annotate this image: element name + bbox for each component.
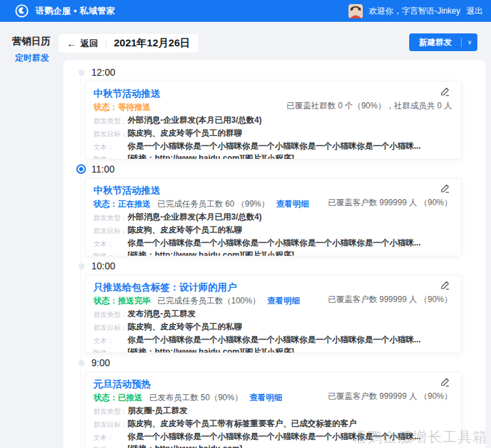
time-row: 10:00	[75, 260, 486, 272]
new-broadcast-split-button: 新建群发 ∨	[409, 33, 477, 51]
field-label: 文本：	[93, 237, 125, 250]
header-user-area: 欢迎你，字言智语-Jinkey 退出	[348, 4, 483, 18]
time-dot[interactable]	[78, 360, 85, 366]
field-label: 群发类型：	[93, 115, 125, 128]
page-title: 营销日历	[12, 35, 50, 48]
status-text: 状态：推送完毕	[93, 295, 151, 306]
field-value: 你是一个小猫咪你是一个小猫咪你是一个小猫咪你是一个小猫咪你是一个小猫咪...	[128, 334, 421, 347]
field-row: 群发类型：外部消息-企业群发(本月已用3/总数4)	[93, 115, 453, 128]
field-value: 外部消息-企业群发(本月已用3/总数4)	[128, 115, 262, 128]
parrot-logo-icon	[15, 4, 29, 18]
field-value: 陈皮狗、皮皮玲等个员工的私聊	[128, 224, 242, 237]
field-row: 群发目标：陈皮狗、皮皮玲等个员工带有标签重要客户、已成交标签的客户	[93, 418, 453, 431]
field-value: 朋友圈-员工群发	[128, 405, 188, 418]
field-label: 群发类型：	[93, 308, 125, 321]
field-value: [链接：http://www.baidu.com][图片][小程序]	[128, 153, 294, 160]
timeline-entry: 10:00只推送给包含标签：设计师的用户状态：推送完毕已完成任务员工数（100%…	[63, 260, 486, 353]
edit-icon[interactable]	[440, 87, 450, 97]
broadcast-card: 中秋节活动推送状态：等待推送群发类型：外部消息-企业群发(本月已用3/总数4)群…	[85, 81, 462, 160]
view-detail-link[interactable]: 查看明细	[276, 198, 309, 209]
card-title[interactable]: 只推送给包含标签：设计师的用户	[93, 281, 237, 293]
view-detail-link[interactable]: 查看明细	[267, 295, 300, 306]
coverage-stats: 已覆盖客户数 999999 人 （90%）	[328, 294, 452, 305]
status-text: 状态：已推送	[93, 392, 143, 403]
time-label: 12:00	[91, 67, 115, 78]
field-row: 群发类型：朋友圈-员工群发	[93, 405, 453, 418]
field-row: 附件：[链接：http://www.baidu.com][图片][小程序]	[93, 250, 453, 256]
card-title[interactable]: 元旦活动预热	[93, 378, 151, 390]
field-row: 文本：你是一个小猫咪你是一个小猫咪你是一个小猫咪你是一个小猫咪你是一个小猫咪..…	[93, 431, 453, 444]
field-row: 群发类型：发布消息-员工群发	[93, 308, 453, 321]
card-title[interactable]: 中秋节活动推送	[93, 87, 160, 100]
field-value: 你是一个小猫咪你是一个小猫咪你是一个小猫咪你是一个小猫咪你是一个小猫咪...	[128, 140, 421, 153]
back-date-bar: ← 返回 2021年12月26日	[59, 34, 198, 53]
time-row: 11:00	[75, 163, 486, 175]
sidebar-item-scheduled-broadcast[interactable]: 定时群发	[15, 53, 49, 64]
view-detail-link[interactable]: 查看明细	[250, 392, 282, 403]
broadcast-card: 只推送给包含标签：设计师的用户状态：推送完毕已完成任务员工数（100%）查看明细…	[85, 275, 462, 353]
time-label: 10:00	[91, 260, 115, 271]
time-dot[interactable]	[78, 70, 85, 76]
field-label: 群发目标：	[93, 224, 125, 237]
chevron-down-icon[interactable]: ∨	[462, 39, 477, 46]
field-row: 群发目标：陈皮狗、皮皮玲等个员工的群聊	[93, 128, 453, 140]
field-row: 文本：你是一个小猫咪你是一个小猫咪你是一个小猫咪你是一个小猫咪你是一个小猫咪..…	[93, 140, 453, 153]
time-dot[interactable]	[78, 263, 85, 269]
edit-icon[interactable]	[440, 183, 450, 194]
field-value: 陈皮狗、皮皮玲等个员工带有标签重要客户、已成交标签的客户	[128, 418, 357, 431]
field-value: 你是一个小猫咪你是一个小猫咪你是一个小猫咪你是一个小猫咪你是一个小猫咪...	[128, 237, 421, 250]
timeline-entry: 11:00中秋节活动推送状态：正在推送已完成任务员工数 60 （99%）查看明细…	[63, 163, 486, 256]
coverage-stats: 已覆盖客户数 999999 人 （90%）	[328, 197, 452, 209]
brand-title: 语鹦企服 • 私域管家	[35, 5, 115, 17]
broadcast-card: 元旦活动预热状态：已推送已发布员工数 50（90%）查看明细群发类型：朋友圈-员…	[85, 372, 462, 448]
edit-icon[interactable]	[440, 377, 450, 387]
field-label: 附件：	[93, 443, 125, 448]
time-dot-wrap	[75, 164, 87, 174]
back-arrow-icon: ←	[67, 38, 76, 49]
back-button[interactable]: ← 返回	[67, 38, 98, 50]
field-label: 群发目标：	[93, 418, 125, 431]
date-display[interactable]: 2021年12月26日	[114, 37, 190, 50]
field-row: 附件：[链接：http://www.baidu.com]	[93, 443, 453, 448]
field-row: 群发类型：外部消息-企业群发(本月已用3/总数4)	[93, 211, 453, 224]
user-avatar[interactable]	[348, 4, 363, 18]
timeline-panel: 12:00中秋节活动推送状态：等待推送群发类型：外部消息-企业群发(本月已用3/…	[63, 60, 486, 448]
field-value: [链接：http://www.baidu.com][图片][小程序]	[128, 250, 294, 256]
field-value: 发布消息-员工群发	[128, 308, 196, 321]
time-row: 9:00	[75, 357, 486, 369]
divider	[106, 39, 106, 48]
card-title[interactable]: 中秋节活动推送	[93, 184, 160, 196]
logout-button[interactable]: 退出	[466, 5, 483, 17]
field-value: [链接：http://www.baidu.com][图片][小程序]	[128, 346, 294, 353]
field-label: 群发类型：	[93, 211, 125, 224]
time-label: 9:00	[91, 357, 110, 368]
time-row: 12:00	[75, 66, 486, 78]
status-text: 状态：等待推送	[93, 102, 151, 113]
field-label: 群发目标：	[93, 128, 125, 140]
broadcast-card: 中秋节活动推送状态：正在推送已完成任务员工数 60 （99%）查看明细群发类型：…	[85, 178, 462, 256]
coverage-stats: 已覆盖社群数 0 个（90%），社群成员共 0 人	[286, 100, 452, 112]
app-header: 语鹦企服 • 私域管家 欢迎你，字言智语-Jinkey 退出	[0, 0, 491, 22]
time-dot-selected[interactable]	[76, 164, 86, 174]
field-label: 附件：	[93, 346, 125, 353]
field-label: 附件：	[93, 153, 125, 160]
time-dot-wrap	[75, 360, 87, 366]
time-dot-wrap	[75, 70, 87, 76]
status-extra-text: 已完成任务员工数（100%）	[158, 295, 261, 306]
field-label: 群发类型：	[93, 405, 125, 418]
field-row: 群发目标：陈皮狗、皮皮玲等个员工的私聊	[93, 224, 453, 237]
new-broadcast-button[interactable]: 新建群发	[409, 37, 461, 48]
back-label: 返回	[80, 38, 98, 50]
field-row: 文本：你是一个小猫咪你是一个小猫咪你是一个小猫咪你是一个小猫咪你是一个小猫咪..…	[93, 334, 453, 347]
coverage-stats: 已覆盖客户数 999999 人 （90%）	[328, 391, 452, 402]
field-label: 附件：	[93, 250, 125, 256]
field-label: 群发目标：	[93, 321, 125, 334]
edit-icon[interactable]	[440, 280, 450, 290]
status-extra-text: 已完成任务员工数 60 （99%）	[158, 198, 269, 209]
field-value: 陈皮狗、皮皮玲等个员工的私聊	[128, 321, 242, 334]
welcome-text: 欢迎你，字言智语-Jinkey	[369, 5, 460, 17]
field-value: [链接：http://www.baidu.com]	[128, 443, 242, 448]
timeline-entry: 12:00中秋节活动推送状态：等待推送群发类型：外部消息-企业群发(本月已用3/…	[63, 66, 486, 160]
field-row: 文本：你是一个小猫咪你是一个小猫咪你是一个小猫咪你是一个小猫咪你是一个小猫咪..…	[93, 237, 453, 250]
field-value: 陈皮狗、皮皮玲等个员工的群聊	[128, 128, 242, 140]
